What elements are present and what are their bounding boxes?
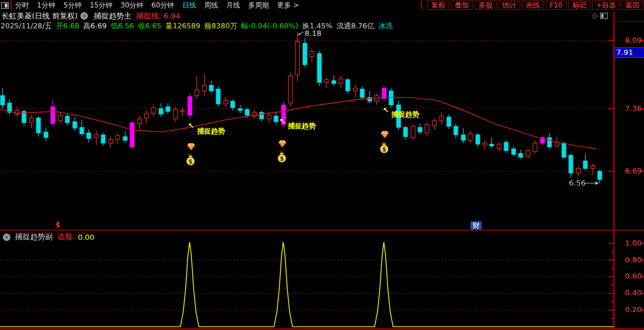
arrow-up-left-icon: ↖ [188, 121, 194, 130]
high-price-annotation: 8.18 [305, 29, 321, 38]
toolbar-button-5[interactable]: 画线 [522, 1, 544, 10]
trend-annotation-2: 捕捉趋势 [288, 121, 316, 131]
svg-text:$: $ [280, 155, 284, 162]
info-field-4: 低6.56 [110, 21, 134, 31]
panel-split-icon[interactable] [600, 13, 608, 19]
toolbar-button-9[interactable]: 返回 [621, 1, 643, 10]
info-field-8: 幅-0.04(-0.60%) [241, 21, 298, 31]
period-tab-9[interactable]: 月线 [226, 0, 240, 10]
chart-header: 长虹美菱(日线 前复权) ∨ 捕捉趋势主 捕捉线: 6.94 [0, 11, 180, 21]
cai-badge: 财 [471, 221, 482, 230]
period-tab-7[interactable]: 日线 [182, 0, 196, 10]
gem-icon [380, 130, 390, 141]
sub-label-0.20: 0.20 [616, 305, 642, 314]
price-label-8.09: 8.09 [616, 36, 642, 45]
info-field-1: 2025/11/28/五 [1, 21, 52, 31]
period-tab-6[interactable]: 60分钟 [151, 0, 174, 10]
period-tab-2[interactable]: 1分钟 [37, 0, 55, 10]
info-field-2: 开6.68 [56, 21, 79, 31]
sub-chart-area[interactable] [0, 231, 613, 328]
diamond-outline-icon[interactable]: ◇ [592, 12, 597, 20]
period-tab-5[interactable]: 30分钟 [121, 0, 143, 10]
period-tab-11[interactable]: 更多 > [277, 0, 299, 10]
low-price-annotation: 6.56 [569, 179, 586, 187]
stock-title: 长虹美菱(日线 前复权) [2, 11, 77, 21]
info-field-7: 额8380万 [204, 21, 237, 31]
toolbar-button-3[interactable]: 多股 [475, 1, 497, 10]
select-value: 0.00 [77, 233, 94, 242]
price-label-7.36: 7.36 [616, 104, 642, 113]
indicator-value: 捕捉线: 6.94 [136, 11, 180, 21]
toolbar-button-4[interactable]: 统计 [498, 1, 520, 10]
money-bag-icon: $ [379, 142, 390, 156]
toolbar-buttons: 复权叠加多股统计画线F10标记+自选返回 [421, 0, 643, 10]
svg-text:$: $ [382, 146, 386, 153]
arrow-up-left-icon: ↖ [383, 106, 389, 114]
arrow-up-left-icon: ↖ [279, 117, 286, 125]
toolbar-button-2[interactable]: 叠加 [451, 1, 473, 10]
top-toolbar: 分时1分钟5分钟15分钟30分钟60分钟日线周线月线多周期更多 > 复权叠加多股… [0, 0, 644, 10]
quote-info-bar: 2025/11/28/五开6.68高6.69低6.56收6.65量126589额… [1, 21, 397, 31]
toolbar-separator [10, 1, 12, 9]
trend-annotation-3: 捕捉趋势 [391, 110, 419, 120]
indicator-name[interactable]: 捕捉趋势主 [94, 11, 131, 21]
gem-icon [277, 139, 287, 150]
info-field-3: 高6.69 [83, 21, 106, 31]
info-field-6: 量126589 [165, 21, 200, 31]
trend-annotation-1: 捕捉趋势 [197, 127, 225, 136]
money-bag-icon: $ [186, 154, 196, 168]
price-label-6.69: 6.69 [616, 166, 642, 175]
chevron-down-icon[interactable]: ∨ [3, 233, 10, 241]
bottom-border [0, 328, 644, 329]
dollar-glyph: $ [55, 221, 60, 229]
period-tab-3[interactable]: 5分钟 [64, 0, 82, 10]
chevron-down-icon[interactable]: ∨ [80, 12, 88, 20]
period-tab-4[interactable]: 15分钟 [90, 0, 112, 10]
last-price-badge: 7.91 [615, 47, 644, 58]
panel-divider[interactable] [0, 229, 644, 231]
info-field-5: 收6.65 [138, 21, 161, 31]
sub-indicator-name[interactable]: 捕捉趋势副 [15, 232, 53, 242]
money-bag-icon: $ [277, 151, 287, 165]
period-tab-1[interactable]: 分时 [15, 0, 29, 10]
svg-text:$: $ [188, 158, 193, 165]
gem-icon [186, 142, 196, 153]
period-tab-10[interactable]: 多周期 [248, 0, 269, 10]
period-tab-8[interactable]: 周线 [204, 0, 218, 10]
info-field-11: 冰洗 [379, 21, 393, 31]
sub-label-0.80: 0.80 [616, 255, 642, 264]
toolbar-separator [421, 1, 422, 9]
sub-label-1.00: 1.00 [616, 239, 642, 247]
period-tabs: 分时1分钟5分钟15分钟30分钟60分钟日线周线月线多周期更多 > [15, 0, 307, 10]
select-label: 选股: [57, 232, 75, 242]
info-field-10: 流通8.76亿 [336, 21, 374, 31]
sub-label-0.40: 0.40 [616, 288, 642, 297]
window-split-icon[interactable] [1, 2, 9, 9]
toolbar-button-7[interactable]: 标记 [568, 1, 590, 10]
dollar-signal-marker: ▴ $ [55, 220, 60, 227]
sub-panel-header: ∨ 捕捉趋势副 选股: 0.00 [0, 232, 94, 242]
toolbar-button-8[interactable]: +自选 [592, 1, 620, 10]
toolbar-button-1[interactable]: 复权 [427, 1, 449, 10]
sub-label-0.60: 0.60 [616, 272, 642, 280]
toolbar-button-6[interactable]: F10 [546, 1, 567, 10]
